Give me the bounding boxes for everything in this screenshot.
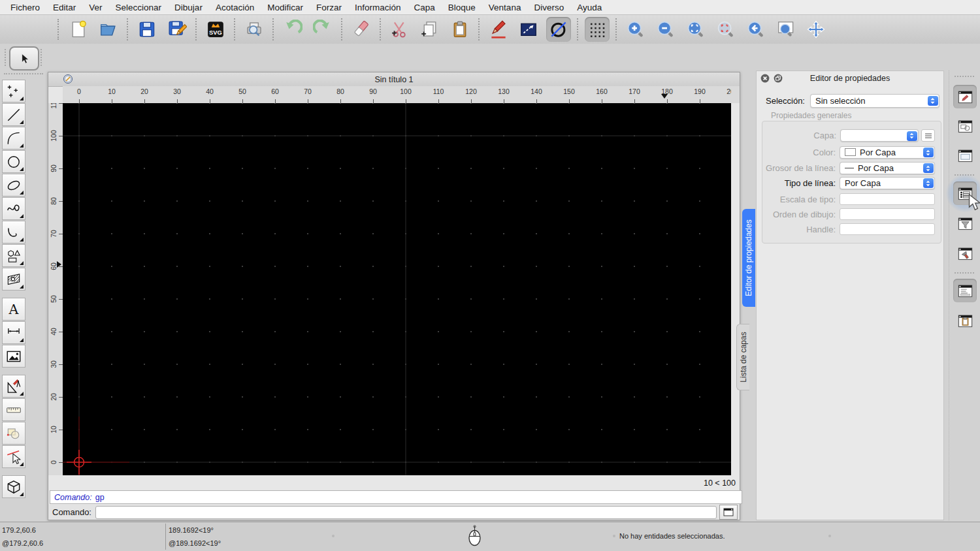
- tool-image-button[interactable]: [2, 345, 25, 368]
- menu-item-0[interactable]: Fichero: [4, 3, 46, 12]
- dock-clipboard-toggle-button[interactable]: [953, 309, 977, 332]
- menu-item-12[interactable]: Diverso: [527, 3, 570, 12]
- h-ruler-label: 140: [531, 87, 542, 95]
- toolbar-separator: [341, 18, 343, 40]
- menu-item-6[interactable]: Modificar: [261, 3, 310, 12]
- selection-combobox[interactable]: Sin selección: [810, 94, 939, 108]
- copy-button[interactable]: [417, 17, 442, 42]
- toolbar-separator: [478, 18, 480, 40]
- zoom-window-button[interactable]: [774, 17, 798, 42]
- close-icon[interactable]: [760, 74, 770, 83]
- toolbar-drag-handle[interactable]: [57, 19, 59, 40]
- menu-item-8[interactable]: Información: [348, 3, 408, 12]
- dock-highlight-toggle-button[interactable]: [953, 242, 977, 265]
- tool-circle-button[interactable]: [2, 150, 25, 173]
- stepper-icon: [923, 163, 934, 173]
- grid-toggle-button[interactable]: [585, 17, 610, 42]
- new-file-button[interactable]: [66, 17, 91, 42]
- property-input[interactable]: [840, 193, 935, 205]
- dock-layers-toggle-button[interactable]: [953, 181, 977, 205]
- menu-item-5[interactable]: Acotación: [209, 3, 261, 12]
- undo-button[interactable]: [280, 17, 305, 42]
- save-as-button[interactable]: [165, 17, 189, 42]
- app-window: FicheroEditarVerSeleccionarDibujarAcotac…: [0, 0, 980, 551]
- property-combobox[interactable]: Por Capa: [840, 146, 935, 159]
- paste-button[interactable]: [448, 17, 472, 42]
- menu-item-11[interactable]: Ventana: [482, 3, 528, 12]
- zoom-auto-button[interactable]: [683, 17, 708, 42]
- cut-button[interactable]: [387, 17, 412, 42]
- tool-ellipse-button[interactable]: [2, 174, 25, 197]
- toolbar-separator: [127, 18, 129, 40]
- draw-pen-button[interactable]: [486, 17, 511, 42]
- zoom-in-button[interactable]: [623, 17, 648, 42]
- v-ruler-label: 100: [50, 129, 57, 143]
- menu-item-2[interactable]: Ver: [82, 3, 108, 12]
- open-file-icon: [99, 20, 118, 39]
- h-ruler-label: 160: [596, 87, 608, 95]
- menu-item-9[interactable]: Capa: [408, 3, 442, 12]
- menu-item-1[interactable]: Editar: [46, 3, 82, 12]
- property-input[interactable]: [840, 208, 935, 220]
- tool-polyline-button[interactable]: [2, 221, 25, 244]
- layer-menu-button[interactable]: [921, 129, 935, 142]
- menu-item-3[interactable]: Seleccionar: [109, 3, 169, 12]
- dock-properties-toggle-button[interactable]: [953, 85, 977, 108]
- dock-grip[interactable]: [955, 76, 974, 78]
- float-panel-icon[interactable]: [774, 74, 783, 83]
- property-combobox[interactable]: [840, 129, 919, 142]
- drawing-canvas[interactable]: [63, 103, 731, 475]
- select-tool-button[interactable]: [9, 46, 39, 71]
- tab-property-editor[interactable]: Editor de propiedades: [742, 209, 755, 307]
- zoom-out-button[interactable]: [653, 17, 678, 42]
- palette-grip[interactable]: [41, 49, 42, 66]
- tool-dimension-button[interactable]: [2, 321, 25, 344]
- zoom-selected-button[interactable]: [713, 17, 738, 42]
- tool-text-button[interactable]: A: [2, 298, 25, 321]
- svg-export-button[interactable]: SVG: [203, 17, 228, 42]
- tool-select-entity-button[interactable]: [2, 445, 25, 468]
- menu-item-13[interactable]: Ayuda: [570, 3, 608, 12]
- tool-measure-button[interactable]: [2, 398, 25, 421]
- print-preview-button[interactable]: [242, 17, 267, 42]
- grid-toggle-icon: [587, 20, 607, 39]
- dock-blocks-toggle-button[interactable]: [953, 114, 977, 138]
- zoom-previous-button[interactable]: [743, 17, 768, 42]
- redo-button[interactable]: [310, 17, 335, 42]
- command-detach-button[interactable]: [719, 505, 738, 520]
- property-input[interactable]: [840, 223, 935, 235]
- tool-line-button[interactable]: [2, 103, 25, 126]
- dock-command-toggle-button[interactable]: [953, 279, 977, 302]
- menu-item-4[interactable]: Dibujar: [168, 3, 209, 12]
- open-file-button[interactable]: [96, 17, 121, 42]
- tool-box3d-button[interactable]: [2, 475, 25, 498]
- zoom-pan-button[interactable]: [804, 17, 828, 42]
- menu-item-10[interactable]: Bloque: [442, 3, 482, 12]
- command-input[interactable]: [95, 506, 717, 519]
- save-button[interactable]: [135, 17, 159, 42]
- tool-polygon-button[interactable]: [2, 244, 25, 267]
- tab-layer-list[interactable]: Lista de capas: [736, 324, 749, 390]
- draft-mode-button[interactable]: [546, 17, 571, 42]
- eraser-button[interactable]: [349, 17, 374, 42]
- property-combobox[interactable]: Por Capa: [840, 162, 935, 174]
- coords-relative: @179.2,60.6: [2, 539, 43, 547]
- tool-hatch-button[interactable]: [2, 268, 25, 291]
- dock-filter-toggle-button[interactable]: [953, 212, 977, 235]
- palette-grip[interactable]: [4, 73, 43, 75]
- selection-box-button[interactable]: [516, 17, 541, 42]
- dock-library-toggle-button[interactable]: [953, 144, 977, 167]
- property-combobox[interactable]: Por Capa: [840, 177, 935, 189]
- tool-arc-button[interactable]: [2, 127, 25, 150]
- tool-explode-button[interactable]: [2, 422, 25, 445]
- panel-title: Editor de propiedades: [757, 74, 943, 83]
- palette-grip[interactable]: [5, 49, 7, 66]
- document-titlebar[interactable]: Sin título 1: [48, 72, 740, 87]
- tool-points-button[interactable]: [2, 80, 25, 102]
- tool-modify-button[interactable]: [2, 375, 25, 398]
- property-row: Orden de dibujo:: [762, 208, 935, 221]
- v-ruler-label: 30: [50, 357, 57, 371]
- zoom-in-icon: [626, 20, 645, 39]
- menu-item-7[interactable]: Forzar: [310, 3, 348, 12]
- tool-spline-button[interactable]: [2, 197, 25, 220]
